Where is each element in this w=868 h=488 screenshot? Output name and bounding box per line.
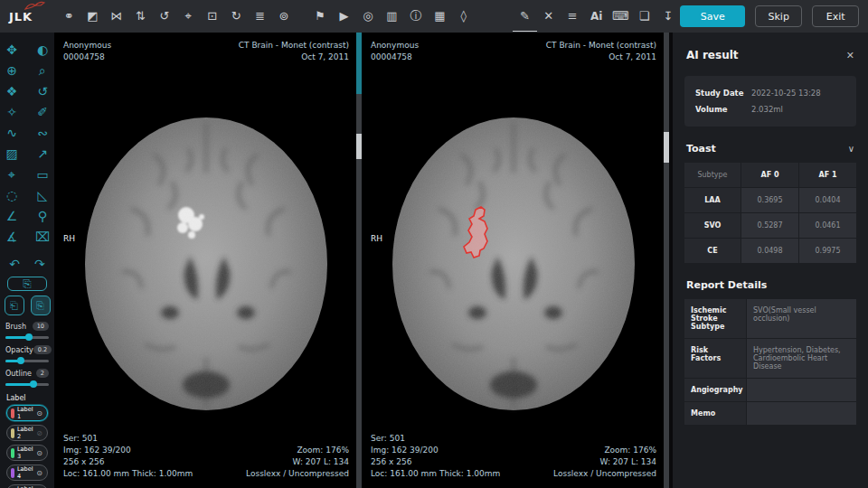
angle-measure-icon[interactable]: ∠ bbox=[1, 207, 23, 225]
study-date-value: 2022-10-25 13:28 bbox=[751, 89, 821, 98]
label-item-5[interactable]: Label 5 ⊙ bbox=[6, 484, 48, 488]
arrow-annotate-icon[interactable]: ↗ bbox=[32, 145, 53, 163]
label-item-1[interactable]: Label 1 ⊙ bbox=[6, 405, 48, 421]
toolbar-buttons: Save Skip Exit bbox=[680, 5, 859, 27]
keyboard-icon[interactable]: ⌨ bbox=[609, 0, 632, 33]
invert-contrast-icon[interactable]: ◩ bbox=[80, 0, 104, 33]
copy-label-button[interactable]: ⎘ bbox=[7, 277, 47, 291]
length-measure-icon[interactable]: ∡ bbox=[1, 228, 23, 246]
zoom-in-icon[interactable]: ⊕ bbox=[1, 61, 23, 80]
freehand-draw-icon[interactable]: ∿ bbox=[1, 124, 23, 142]
label-name: Label 4 bbox=[17, 465, 36, 480]
ai-tool-icon[interactable]: Ai bbox=[584, 0, 608, 33]
triangle-roi-icon[interactable]: ◺ bbox=[32, 186, 53, 204]
image-matrix: 256 x 256 bbox=[371, 456, 500, 468]
cine-play-icon[interactable]: ▶ bbox=[332, 0, 355, 33]
rectangle-roi-icon[interactable]: ▭ bbox=[32, 165, 53, 183]
reset-refresh-icon[interactable]: ↻ bbox=[224, 0, 248, 33]
brush-slider-knob[interactable] bbox=[25, 333, 33, 341]
brush-tool-icon[interactable]: ✐ bbox=[32, 103, 53, 121]
tag-icon[interactable]: ◊ bbox=[452, 0, 476, 33]
slice-location: Loc: 161.00 mm Thick: 1.00mm bbox=[371, 468, 500, 480]
study-info-overlay: CT Brain - Monet (contrast) Oct 7, 2011 bbox=[546, 40, 656, 63]
probe-icon[interactable]: ⚲ bbox=[32, 207, 53, 225]
label-2-eye-icon[interactable]: ⊘ bbox=[36, 429, 42, 437]
focus-target-icon[interactable]: ⌖ bbox=[176, 0, 200, 33]
close-icon[interactable]: ✕ bbox=[846, 50, 854, 61]
volume-label: Volume bbox=[695, 105, 751, 114]
display-info-overlay: Zoom: 176% W: 207 L: 134 Losslexx / Unco… bbox=[246, 445, 349, 480]
slice-scrollbar-2[interactable] bbox=[664, 33, 669, 488]
toast-value: 0.9975 bbox=[799, 239, 856, 263]
zoom-level: Zoom: 176% bbox=[553, 445, 656, 456]
adjustments-icon[interactable]: ≣ bbox=[248, 0, 271, 33]
pan-move-icon[interactable]: ✥ bbox=[1, 41, 23, 59]
report-row-value[interactable]: Hypertension, Diabetes, Cardioembolic He… bbox=[747, 339, 856, 378]
magnifier-icon[interactable]: ⌕ bbox=[32, 61, 53, 80]
report-row-value[interactable] bbox=[747, 402, 856, 425]
flip-vertical-icon[interactable]: ⇅ bbox=[128, 0, 152, 33]
label-item-4[interactable]: Label 4 ⊙ bbox=[6, 465, 48, 481]
delete-annotation-icon[interactable]: ⌧ bbox=[32, 228, 53, 246]
report-row-label: Memo bbox=[684, 402, 746, 425]
copy-next-slice-button[interactable]: ⎘ bbox=[31, 296, 51, 315]
bookmark-icon[interactable]: ⚑ bbox=[308, 0, 332, 33]
copy-previous-slice-button[interactable]: ⎗ bbox=[5, 296, 24, 315]
outline-slider-track[interactable] bbox=[5, 383, 49, 386]
fullscreen-icon[interactable]: ❏ bbox=[632, 0, 656, 33]
outline-slider: Outline 2 bbox=[5, 369, 49, 386]
rotate-left-icon[interactable]: ↺ bbox=[153, 0, 176, 33]
download-icon[interactable]: ↧ bbox=[656, 0, 680, 33]
undo-icon[interactable]: ↶ bbox=[9, 257, 20, 271]
info-icon[interactable]: ⓘ bbox=[404, 0, 428, 33]
toast-row-label: CE bbox=[684, 239, 741, 263]
label-1-eye-icon[interactable]: ⊙ bbox=[36, 409, 42, 418]
label-item-3[interactable]: Label 3 ⊙ bbox=[6, 445, 48, 461]
redo-icon[interactable]: ↷ bbox=[34, 257, 45, 271]
smart-curve-icon[interactable]: ∾ bbox=[32, 124, 53, 142]
ruler-scale-icon[interactable]: ▥ bbox=[380, 0, 403, 33]
save-button[interactable]: Save bbox=[680, 5, 745, 27]
skip-button[interactable]: Skip bbox=[755, 5, 802, 27]
pencil-edit-icon[interactable]: ✎ bbox=[513, 2, 536, 32]
rotate-view-icon[interactable]: ↺ bbox=[32, 82, 53, 100]
toast-row-label: SVO bbox=[684, 213, 741, 238]
outline-slider-value: 2 bbox=[36, 369, 49, 378]
align-menu-icon[interactable]: ≡ bbox=[561, 0, 584, 33]
label-item-2[interactable]: Label 2 ⊘ bbox=[6, 425, 48, 441]
palette-icon[interactable]: ⊚ bbox=[272, 0, 296, 33]
ai-result-panel: AI result ✕ Study Date 2022-10-25 13:28 … bbox=[673, 33, 868, 488]
brain-scan-image-1[interactable] bbox=[54, 33, 362, 488]
label-4-eye-icon[interactable]: ⊙ bbox=[36, 469, 42, 477]
scrollbar-thumb[interactable] bbox=[664, 132, 669, 163]
lasso-ellipse-icon[interactable]: ◌ bbox=[1, 186, 23, 204]
opacity-slider-knob[interactable] bbox=[17, 357, 24, 364]
chevron-down-icon[interactable]: ∨ bbox=[848, 144, 854, 154]
opacity-slider-track[interactable] bbox=[5, 360, 49, 362]
layout-grid-icon[interactable]: ▦ bbox=[428, 0, 451, 33]
exit-button[interactable]: Exit bbox=[812, 5, 859, 27]
report-row-value[interactable] bbox=[747, 379, 856, 401]
orientation-marker: RH bbox=[371, 233, 382, 245]
layers-icon[interactable]: ❖ bbox=[1, 82, 23, 100]
slice-scrollbar-1[interactable] bbox=[356, 33, 362, 488]
report-row-value[interactable]: SVO(Small vessel occlusion) bbox=[747, 299, 856, 338]
brush-slider-track[interactable] bbox=[5, 336, 49, 339]
viewport-2: Anonymous 00004758 CT Brain - Monet (con… bbox=[362, 33, 669, 488]
label-3-eye-icon[interactable]: ⊙ bbox=[36, 449, 42, 457]
link-icon[interactable]: ⚭ bbox=[57, 0, 80, 33]
brain-scan-image-2[interactable] bbox=[362, 33, 669, 488]
magic-wand-icon[interactable]: ✧ bbox=[1, 103, 23, 121]
flip-horizontal-icon[interactable]: ⋈ bbox=[105, 0, 128, 33]
scrollbar-thumb[interactable] bbox=[356, 134, 362, 159]
smart-annotate-icon[interactable]: ✕ bbox=[537, 0, 561, 33]
toast-row-label: LAA bbox=[684, 188, 741, 212]
crosshair-icon[interactable]: ⌖ bbox=[1, 165, 23, 183]
brush-slider-label: Brush bbox=[5, 323, 26, 331]
toast-header-af1: AF 1 bbox=[799, 163, 856, 187]
window-contrast-icon[interactable]: ◐ bbox=[32, 41, 53, 59]
outline-slider-knob[interactable] bbox=[30, 380, 37, 388]
target-point-icon[interactable]: ◎ bbox=[356, 0, 380, 33]
fit-to-screen-icon[interactable]: ⊡ bbox=[200, 0, 223, 33]
fill-region-icon[interactable]: ▨ bbox=[1, 145, 23, 163]
